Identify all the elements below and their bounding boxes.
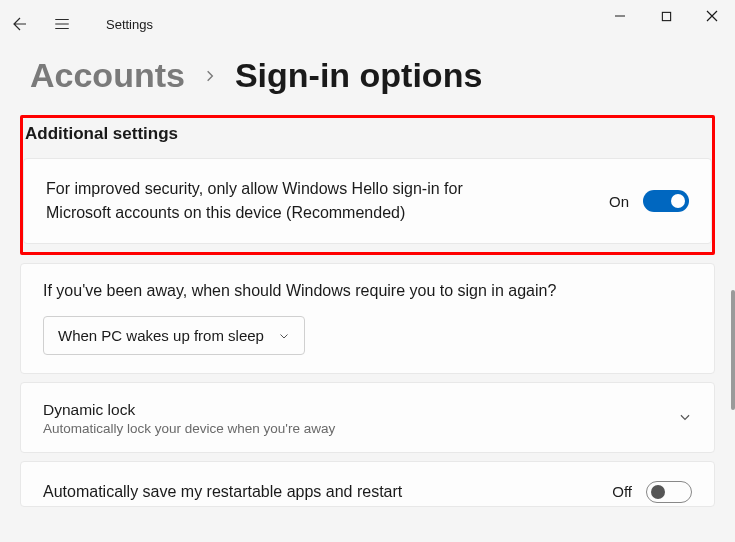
restart-apps-toggle[interactable] — [646, 481, 692, 503]
breadcrumb-current: Sign-in options — [235, 56, 482, 95]
nav-menu-button[interactable] — [50, 12, 74, 36]
back-arrow-icon — [11, 15, 29, 33]
chevron-down-icon — [678, 410, 692, 424]
minimize-button[interactable] — [597, 0, 643, 32]
windows-hello-only-toggle[interactable] — [643, 190, 689, 212]
window-title: Settings — [106, 17, 153, 32]
windows-hello-only-card: For improved security, only allow Window… — [23, 158, 712, 244]
breadcrumb: Accounts Sign-in options — [0, 48, 735, 115]
scrollbar[interactable] — [731, 290, 735, 410]
require-signin-dropdown[interactable]: When PC wakes up from sleep — [43, 316, 305, 355]
back-button[interactable] — [8, 12, 32, 36]
restart-apps-title: Automatically save my restartable apps a… — [43, 480, 402, 504]
chevron-down-icon — [278, 330, 290, 342]
breadcrumb-parent[interactable]: Accounts — [30, 56, 185, 95]
dropdown-value: When PC wakes up from sleep — [58, 327, 264, 344]
toggle-state-label: On — [609, 193, 629, 210]
maximize-icon — [661, 11, 672, 22]
maximize-button[interactable] — [643, 0, 689, 32]
title-bar: Settings — [0, 0, 735, 48]
require-signin-question: If you've been away, when should Windows… — [43, 282, 692, 300]
section-header-additional-settings: Additional settings — [23, 124, 712, 158]
minimize-icon — [614, 10, 626, 22]
toggle-knob — [651, 485, 665, 499]
dynamic-lock-card[interactable]: Dynamic lock Automatically lock your dev… — [20, 382, 715, 453]
toggle-knob — [671, 194, 685, 208]
restart-apps-card: Automatically save my restartable apps a… — [20, 461, 715, 507]
require-signin-card: If you've been away, when should Windows… — [20, 263, 715, 374]
close-button[interactable] — [689, 0, 735, 32]
chevron-right-icon — [203, 66, 217, 86]
windows-hello-only-description: For improved security, only allow Window… — [46, 177, 476, 225]
hamburger-icon — [53, 15, 71, 33]
dynamic-lock-subtitle: Automatically lock your device when you'… — [43, 421, 335, 436]
dynamic-lock-title: Dynamic lock — [43, 399, 335, 421]
toggle-state-label: Off — [612, 483, 632, 500]
close-icon — [706, 10, 718, 22]
svg-rect-0 — [662, 12, 670, 20]
highlighted-section: Additional settings For improved securit… — [20, 115, 715, 255]
